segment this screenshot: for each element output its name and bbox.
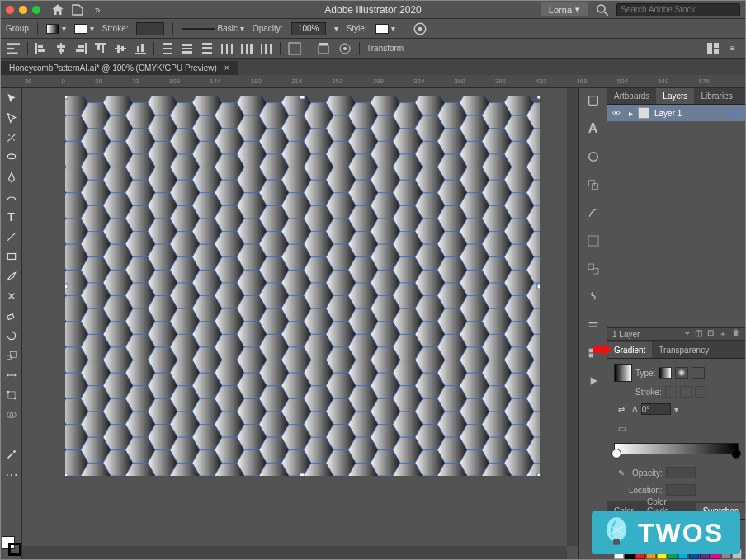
visibility-toggle-icon[interactable]: 👁 — [612, 109, 624, 118]
layer-name[interactable]: Layer 1 — [654, 109, 682, 118]
scale-tool[interactable] — [3, 347, 20, 364]
apply-across-stroke-icon[interactable] — [695, 386, 706, 398]
linear-gradient-icon[interactable] — [659, 367, 672, 379]
gradient-preview[interactable] — [614, 364, 632, 382]
isolate-group-icon[interactable] — [316, 41, 331, 56]
layer-row[interactable]: 👁 ▸ Layer 1 — [607, 105, 745, 121]
locate-object-icon[interactable]: ⌖ — [685, 328, 690, 340]
rotate-tool[interactable] — [3, 327, 20, 344]
tab-libraries[interactable]: Libraries — [694, 88, 739, 104]
tab-layers[interactable]: Layers — [656, 88, 694, 104]
stroke-swatch-chip[interactable]: ▾ — [74, 24, 94, 34]
new-layer-icon[interactable]: ＋ — [719, 328, 727, 340]
direct-selection-tool[interactable] — [3, 110, 20, 126]
align-to-icon[interactable] — [287, 41, 302, 56]
close-icon[interactable]: × — [224, 64, 229, 73]
play-icon[interactable] — [584, 372, 602, 390]
rectangle-tool[interactable] — [3, 248, 20, 265]
ruler-horizontal[interactable]: -360367210814418021625228832436039643246… — [1, 75, 745, 88]
menu-more-icon[interactable]: » — [90, 2, 105, 17]
recolor-icon[interactable] — [413, 21, 427, 36]
appearance-panel-icon[interactable] — [584, 148, 602, 166]
stop-opacity-input[interactable] — [666, 467, 696, 478]
brushes-panel-icon[interactable] — [584, 204, 602, 222]
dist-hcenter[interactable] — [240, 42, 253, 55]
opacity-input[interactable] — [291, 22, 326, 35]
gradient-angle-input[interactable] — [641, 403, 671, 415]
document-tab[interactable]: HoneycombPatternAI.ai* @ 100% (CMYK/GPU … — [1, 61, 238, 75]
home-icon[interactable] — [50, 2, 65, 17]
align-left-icon[interactable] — [6, 41, 21, 56]
target-icon[interactable] — [729, 111, 734, 115]
dist-hleft[interactable] — [220, 42, 234, 55]
scrollbar-horizontal[interactable] — [22, 546, 567, 559]
fill-stroke-selector[interactable] — [2, 536, 21, 556]
paintbrush-tool[interactable] — [3, 268, 20, 285]
reverse-gradient-icon[interactable]: ⇄ — [614, 402, 629, 416]
symbols-panel-icon[interactable] — [584, 288, 602, 306]
graphic-style-chip[interactable]: ▾ — [375, 24, 395, 34]
dist-vtop[interactable] — [161, 42, 174, 55]
chevron-down-icon[interactable]: ▾ — [674, 405, 678, 414]
eraser-tool[interactable] — [3, 308, 20, 324]
edit-contents-icon[interactable] — [338, 41, 352, 56]
align-hleft[interactable] — [35, 42, 48, 55]
tab-links[interactable]: Links — [739, 88, 746, 104]
dist-vcenter[interactable] — [181, 42, 194, 55]
align-hright[interactable] — [74, 42, 87, 55]
dist-hright[interactable] — [260, 42, 273, 55]
expand-icon[interactable]: ▸ — [629, 109, 633, 118]
delete-layer-icon[interactable]: 🗑 — [732, 328, 740, 340]
artboard[interactable] — [65, 96, 540, 476]
properties-panel-icon[interactable] — [584, 92, 602, 110]
tab-transparency[interactable]: Transparency — [652, 342, 715, 358]
workspace-switch-icon[interactable] — [706, 41, 720, 56]
magic-wand-tool[interactable] — [3, 129, 20, 146]
align-vbottom[interactable] — [134, 42, 147, 55]
apply-within-stroke-icon[interactable] — [665, 386, 677, 398]
stop-color-picker-icon[interactable]: ✎ — [614, 465, 629, 480]
shaper-tool[interactable] — [3, 288, 20, 304]
align-vtop[interactable] — [94, 42, 107, 55]
stroke-panel-icon[interactable] — [584, 316, 602, 334]
shape-builder-tool[interactable] — [3, 407, 20, 423]
brush-definition[interactable]: Basic▾ — [182, 24, 243, 33]
pen-tool[interactable] — [3, 169, 20, 186]
apply-along-stroke-icon[interactable] — [680, 386, 692, 398]
dist-vbottom[interactable] — [201, 42, 214, 55]
stock-search-input[interactable] — [616, 3, 740, 16]
align-panel-icon[interactable] — [584, 232, 602, 250]
fill-swatch-chip[interactable]: ▾ — [46, 24, 66, 34]
tab-gradient[interactable]: Gradient — [607, 342, 652, 358]
align-hcenter[interactable] — [54, 42, 68, 55]
freeform-gradient-icon[interactable] — [692, 367, 705, 379]
new-sublayer-icon[interactable]: ⊡ — [707, 328, 714, 340]
type-tool[interactable]: T — [3, 209, 20, 225]
curvature-tool[interactable] — [3, 189, 20, 205]
width-tool[interactable] — [3, 367, 20, 384]
tab-artboards[interactable]: Artboards — [607, 88, 656, 104]
gradient-tool[interactable] — [3, 426, 20, 443]
selection-tool[interactable] — [3, 90, 20, 106]
line-tool[interactable] — [3, 228, 20, 245]
recent-files-icon[interactable] — [70, 2, 85, 17]
align-vcenter[interactable] — [114, 42, 127, 55]
stroke-weight-input[interactable] — [136, 22, 164, 35]
user-menu[interactable]: Lorna ▾ — [541, 2, 588, 16]
gradient-slider[interactable] — [614, 443, 739, 454]
radial-gradient-icon[interactable] — [675, 367, 688, 379]
eyedropper-tool[interactable] — [3, 446, 20, 463]
panel-menu-icon[interactable]: ≡ — [725, 41, 740, 56]
window-controls[interactable] — [6, 6, 40, 14]
pathfinder-panel-icon[interactable] — [584, 176, 602, 194]
canvas[interactable] — [22, 88, 578, 559]
type-panel-icon[interactable]: A — [584, 120, 602, 138]
make-clipping-mask-icon[interactable]: ◫ — [695, 328, 702, 340]
transform-panel-icon[interactable] — [584, 260, 602, 278]
lasso-tool[interactable] — [3, 149, 20, 166]
free-transform-tool[interactable] — [3, 387, 20, 403]
tools-overflow[interactable]: ⋯ — [3, 466, 20, 482]
aspect-ratio-icon[interactable]: ▭ — [614, 421, 629, 435]
transform-label[interactable]: Transform — [366, 44, 404, 53]
scrollbar-vertical[interactable] — [567, 88, 578, 546]
